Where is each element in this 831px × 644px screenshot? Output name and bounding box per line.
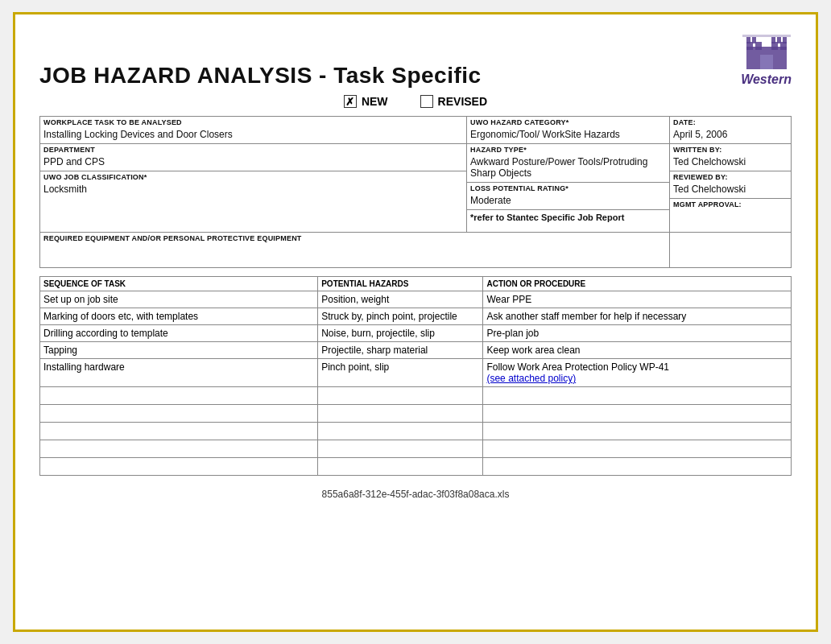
task-haz-cell: [318, 423, 483, 440]
new-status-box: ✗ NEW: [344, 95, 388, 108]
task-act-cell: Follow Work Area Protection Policy WP-41…: [483, 359, 792, 387]
table-row: Set up on job sitePosition, weightWear P…: [40, 291, 792, 308]
svg-rect-8: [777, 37, 781, 43]
table-row: [40, 458, 792, 476]
workplace-task-label: WORKPLACE TASK TO BE ANALYSED: [40, 117, 466, 127]
svg-rect-6: [752, 37, 756, 43]
written-by-field: WRITTEN BY: Ted Chelchowski: [670, 144, 791, 171]
svg-rect-5: [746, 37, 750, 43]
loss-potential-field: LOSS POTENTIAL RATING* Moderate: [467, 183, 669, 210]
svg-rect-9: [783, 37, 787, 43]
task-act-cell: Pre-plan job: [483, 325, 792, 342]
date-value: April 5, 2006: [670, 127, 791, 143]
task-act-cell: [483, 440, 792, 458]
table-row: TappingProjectile, sharp materialKeep wo…: [40, 342, 792, 359]
task-act-cell: [483, 458, 792, 476]
req-equip-right-value: [670, 233, 791, 266]
task-haz-cell: [318, 387, 483, 405]
uwo-hazard-label: UWO HAZARD CATEGORY*: [467, 117, 669, 127]
reviewed-by-field: REVIEWED BY: Ted Chelchowski: [670, 171, 791, 199]
mgmt-approval-label: MGMT APPROVAL:: [670, 199, 791, 209]
department-label: DEPARTMENT: [40, 144, 466, 155]
uwo-hazard-field: UWO HAZARD CATEGORY* Ergonomic/Tool/ Wor…: [467, 117, 669, 144]
loss-potential-label: LOSS POTENTIAL RATING*: [467, 183, 669, 193]
col-haz-header: POTENTIAL HAZARDS: [318, 277, 483, 291]
revised-status-box: REVISED: [420, 95, 487, 108]
task-table: SEQUENCE OF TASK POTENTIAL HAZARDS ACTIO…: [39, 276, 792, 476]
new-revised-row: ✗ NEW REVISED: [39, 95, 792, 108]
table-row: [40, 423, 792, 440]
task-act-cell: [483, 423, 792, 440]
req-equip-left: REQUIRED EQUIPMENT AND/OR PERSONAL PROTE…: [40, 233, 670, 267]
table-row: Drilling according to templateNoise, bur…: [40, 325, 792, 342]
loss-potential-value: Moderate: [467, 193, 669, 209]
logo-text: Western: [741, 72, 792, 87]
uwo-job-value: Locksmith: [40, 182, 466, 198]
department-value: PPD and CPS: [40, 155, 466, 171]
written-by-value: Ted Chelchowski: [670, 155, 791, 171]
col-seq-header: SEQUENCE OF TASK: [40, 277, 318, 291]
task-seq-cell: Tapping: [40, 342, 318, 359]
req-equip-row: REQUIRED EQUIPMENT AND/OR PERSONAL PROTE…: [39, 233, 792, 268]
revised-label: REVISED: [438, 95, 487, 108]
task-haz-cell: Noise, burn, projectile, slip: [318, 325, 483, 342]
task-haz-cell: Struck by, pinch point, projectile: [318, 308, 483, 325]
page-title: JOB HAZARD ANALYSIS - Task Specific: [39, 63, 482, 89]
hazard-type-field: HAZARD TYPE* Awkward Posture/Power Tools…: [467, 144, 669, 183]
svg-rect-2: [755, 42, 762, 50]
workplace-task-field: WORKPLACE TASK TO BE ANALYSED Installing…: [40, 117, 466, 144]
task-haz-cell: [318, 458, 483, 476]
hazard-type-label: HAZARD TYPE*: [467, 144, 669, 155]
uwo-hazard-value: Ergonomic/Tool/ WorkSite Hazards: [467, 127, 669, 143]
new-label: NEW: [362, 95, 388, 108]
table-row: [40, 440, 792, 458]
mgmt-approval-field: MGMT APPROVAL:: [670, 199, 791, 232]
top-right-col: DATE: April 5, 2006 WRITTEN BY: Ted Chel…: [670, 117, 791, 232]
task-act-cell: [483, 405, 792, 423]
svg-rect-11: [742, 35, 791, 37]
task-seq-cell: [40, 440, 318, 458]
svg-rect-7: [771, 37, 775, 43]
req-equip-value: [40, 243, 669, 267]
refer-value: *refer to Stantec Specific Job Report: [467, 210, 669, 226]
new-checkbox[interactable]: ✗: [344, 95, 357, 108]
task-seq-cell: [40, 387, 318, 405]
table-row: Installing hardwarePinch point, slipFoll…: [40, 359, 792, 387]
task-act-cell: Wear PPE: [483, 291, 792, 308]
task-act-cell: Ask another staff member for help if nec…: [483, 308, 792, 325]
task-seq-cell: Drilling according to template: [40, 325, 318, 342]
page-wrapper: JOB HAZARD ANALYSIS - Task Specific West…: [13, 12, 818, 632]
department-field: DEPARTMENT PPD and CPS: [40, 144, 466, 171]
mgmt-approval-value: [670, 209, 791, 232]
logo-area: Western: [741, 31, 792, 87]
reviewed-by-value: Ted Chelchowski: [670, 182, 791, 198]
svg-rect-10: [760, 55, 773, 69]
refer-field: *refer to Stantec Specific Job Report: [467, 210, 669, 226]
task-haz-cell: [318, 440, 483, 458]
col-act-header: ACTION OR PROCEDURE: [483, 277, 792, 291]
task-seq-cell: [40, 423, 318, 440]
task-act-link[interactable]: (see attached policy): [486, 373, 788, 384]
reviewed-by-label: REVIEWED BY:: [670, 171, 791, 182]
task-act-cell: Keep work area clean: [483, 342, 792, 359]
req-equip-right: [670, 233, 791, 267]
task-seq-cell: Installing hardware: [40, 359, 318, 387]
task-seq-cell: [40, 458, 318, 476]
task-haz-cell: Pinch point, slip: [318, 359, 483, 387]
task-seq-cell: Set up on job site: [40, 291, 318, 308]
written-by-label: WRITTEN BY:: [670, 144, 791, 155]
task-seq-cell: [40, 405, 318, 423]
table-row: [40, 405, 792, 423]
task-haz-cell: [318, 405, 483, 423]
uwo-job-field: UWO JOB CLASSIFICATION* Locksmith: [40, 171, 466, 198]
table-row: [40, 387, 792, 405]
uwo-job-label: UWO JOB CLASSIFICATION*: [40, 171, 466, 182]
date-label: DATE:: [670, 117, 791, 127]
req-equip-label: REQUIRED EQUIPMENT AND/OR PERSONAL PROTE…: [40, 233, 669, 243]
revised-checkbox[interactable]: [420, 95, 433, 108]
task-seq-cell: Marking of doors etc, with templates: [40, 308, 318, 325]
footer-filename: 855a6a8f-312e-455f-adac-3f03f8a08aca.xls: [39, 489, 792, 500]
workplace-task-value: Installing Locking Devices and Door Clos…: [40, 127, 466, 143]
task-haz-cell: Projectile, sharp material: [318, 342, 483, 359]
task-act-cell: [483, 387, 792, 405]
